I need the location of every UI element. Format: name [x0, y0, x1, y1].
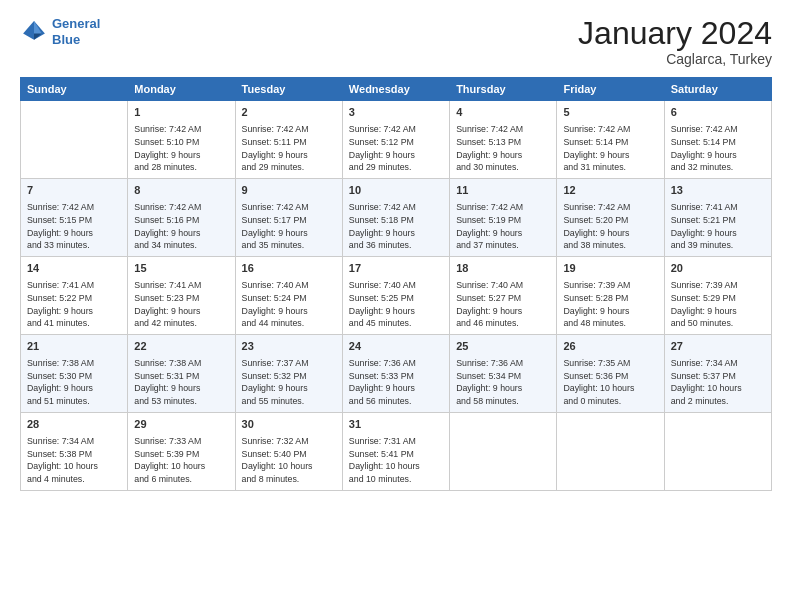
col-header-monday: Monday [128, 78, 235, 101]
title-block: January 2024 Caglarca, Turkey [578, 16, 772, 67]
day-number: 1 [134, 105, 228, 121]
day-number: 30 [242, 417, 336, 433]
day-number: 20 [671, 261, 765, 277]
day-detail: Sunrise: 7:42 AM Sunset: 5:19 PM Dayligh… [456, 201, 550, 252]
day-number: 18 [456, 261, 550, 277]
day-detail: Sunrise: 7:31 AM Sunset: 5:41 PM Dayligh… [349, 435, 443, 486]
calendar-cell: 25Sunrise: 7:36 AM Sunset: 5:34 PM Dayli… [450, 335, 557, 413]
day-detail: Sunrise: 7:41 AM Sunset: 5:22 PM Dayligh… [27, 279, 121, 330]
day-detail: Sunrise: 7:42 AM Sunset: 5:20 PM Dayligh… [563, 201, 657, 252]
calendar-cell: 23Sunrise: 7:37 AM Sunset: 5:32 PM Dayli… [235, 335, 342, 413]
col-header-tuesday: Tuesday [235, 78, 342, 101]
day-number: 23 [242, 339, 336, 355]
col-header-thursday: Thursday [450, 78, 557, 101]
logo: General Blue [20, 16, 100, 47]
day-number: 14 [27, 261, 121, 277]
day-detail: Sunrise: 7:41 AM Sunset: 5:23 PM Dayligh… [134, 279, 228, 330]
calendar-cell: 26Sunrise: 7:35 AM Sunset: 5:36 PM Dayli… [557, 335, 664, 413]
day-number: 6 [671, 105, 765, 121]
calendar-cell: 31Sunrise: 7:31 AM Sunset: 5:41 PM Dayli… [342, 412, 449, 490]
day-detail: Sunrise: 7:42 AM Sunset: 5:12 PM Dayligh… [349, 123, 443, 174]
calendar-cell: 8Sunrise: 7:42 AM Sunset: 5:16 PM Daylig… [128, 179, 235, 257]
calendar-table: SundayMondayTuesdayWednesdayThursdayFrid… [20, 77, 772, 491]
day-detail: Sunrise: 7:42 AM Sunset: 5:10 PM Dayligh… [134, 123, 228, 174]
day-number: 27 [671, 339, 765, 355]
calendar-cell: 7Sunrise: 7:42 AM Sunset: 5:15 PM Daylig… [21, 179, 128, 257]
day-number: 16 [242, 261, 336, 277]
day-detail: Sunrise: 7:33 AM Sunset: 5:39 PM Dayligh… [134, 435, 228, 486]
day-number: 5 [563, 105, 657, 121]
day-detail: Sunrise: 7:40 AM Sunset: 5:27 PM Dayligh… [456, 279, 550, 330]
day-detail: Sunrise: 7:42 AM Sunset: 5:14 PM Dayligh… [671, 123, 765, 174]
col-header-saturday: Saturday [664, 78, 771, 101]
day-detail: Sunrise: 7:42 AM Sunset: 5:18 PM Dayligh… [349, 201, 443, 252]
day-detail: Sunrise: 7:36 AM Sunset: 5:33 PM Dayligh… [349, 357, 443, 408]
day-detail: Sunrise: 7:40 AM Sunset: 5:24 PM Dayligh… [242, 279, 336, 330]
day-number: 22 [134, 339, 228, 355]
day-detail: Sunrise: 7:42 AM Sunset: 5:14 PM Dayligh… [563, 123, 657, 174]
day-number: 17 [349, 261, 443, 277]
day-number: 12 [563, 183, 657, 199]
day-detail: Sunrise: 7:41 AM Sunset: 5:21 PM Dayligh… [671, 201, 765, 252]
day-detail: Sunrise: 7:39 AM Sunset: 5:28 PM Dayligh… [563, 279, 657, 330]
day-number: 4 [456, 105, 550, 121]
calendar-cell: 11Sunrise: 7:42 AM Sunset: 5:19 PM Dayli… [450, 179, 557, 257]
day-number: 10 [349, 183, 443, 199]
calendar-cell: 19Sunrise: 7:39 AM Sunset: 5:28 PM Dayli… [557, 257, 664, 335]
calendar-cell [557, 412, 664, 490]
calendar-cell: 15Sunrise: 7:41 AM Sunset: 5:23 PM Dayli… [128, 257, 235, 335]
day-number: 24 [349, 339, 443, 355]
day-detail: Sunrise: 7:42 AM Sunset: 5:13 PM Dayligh… [456, 123, 550, 174]
calendar-cell: 16Sunrise: 7:40 AM Sunset: 5:24 PM Dayli… [235, 257, 342, 335]
day-detail: Sunrise: 7:42 AM Sunset: 5:17 PM Dayligh… [242, 201, 336, 252]
day-number: 11 [456, 183, 550, 199]
day-detail: Sunrise: 7:42 AM Sunset: 5:16 PM Dayligh… [134, 201, 228, 252]
col-header-sunday: Sunday [21, 78, 128, 101]
calendar-cell: 20Sunrise: 7:39 AM Sunset: 5:29 PM Dayli… [664, 257, 771, 335]
day-number: 19 [563, 261, 657, 277]
day-number: 7 [27, 183, 121, 199]
calendar-cell: 22Sunrise: 7:38 AM Sunset: 5:31 PM Dayli… [128, 335, 235, 413]
day-number: 8 [134, 183, 228, 199]
calendar-cell: 14Sunrise: 7:41 AM Sunset: 5:22 PM Dayli… [21, 257, 128, 335]
col-header-wednesday: Wednesday [342, 78, 449, 101]
day-detail: Sunrise: 7:42 AM Sunset: 5:11 PM Dayligh… [242, 123, 336, 174]
day-number: 28 [27, 417, 121, 433]
calendar-cell: 21Sunrise: 7:38 AM Sunset: 5:30 PM Dayli… [21, 335, 128, 413]
calendar-cell: 17Sunrise: 7:40 AM Sunset: 5:25 PM Dayli… [342, 257, 449, 335]
day-number: 2 [242, 105, 336, 121]
day-detail: Sunrise: 7:36 AM Sunset: 5:34 PM Dayligh… [456, 357, 550, 408]
calendar-cell [21, 101, 128, 179]
calendar-cell [450, 412, 557, 490]
header: General Blue January 2024 Caglarca, Turk… [20, 16, 772, 67]
calendar-cell: 27Sunrise: 7:34 AM Sunset: 5:37 PM Dayli… [664, 335, 771, 413]
day-number: 25 [456, 339, 550, 355]
day-number: 26 [563, 339, 657, 355]
calendar-cell: 24Sunrise: 7:36 AM Sunset: 5:33 PM Dayli… [342, 335, 449, 413]
day-detail: Sunrise: 7:34 AM Sunset: 5:38 PM Dayligh… [27, 435, 121, 486]
calendar-cell: 3Sunrise: 7:42 AM Sunset: 5:12 PM Daylig… [342, 101, 449, 179]
calendar-cell: 10Sunrise: 7:42 AM Sunset: 5:18 PM Dayli… [342, 179, 449, 257]
day-detail: Sunrise: 7:34 AM Sunset: 5:37 PM Dayligh… [671, 357, 765, 408]
calendar-cell: 18Sunrise: 7:40 AM Sunset: 5:27 PM Dayli… [450, 257, 557, 335]
logo-line2: Blue [52, 32, 80, 47]
page: General Blue January 2024 Caglarca, Turk… [0, 0, 792, 612]
logo-text: General Blue [52, 16, 100, 47]
day-detail: Sunrise: 7:40 AM Sunset: 5:25 PM Dayligh… [349, 279, 443, 330]
location: Caglarca, Turkey [578, 51, 772, 67]
calendar-cell: 12Sunrise: 7:42 AM Sunset: 5:20 PM Dayli… [557, 179, 664, 257]
day-number: 31 [349, 417, 443, 433]
calendar-cell [664, 412, 771, 490]
day-number: 29 [134, 417, 228, 433]
day-number: 9 [242, 183, 336, 199]
calendar-cell: 1Sunrise: 7:42 AM Sunset: 5:10 PM Daylig… [128, 101, 235, 179]
day-detail: Sunrise: 7:37 AM Sunset: 5:32 PM Dayligh… [242, 357, 336, 408]
day-number: 13 [671, 183, 765, 199]
calendar-cell: 4Sunrise: 7:42 AM Sunset: 5:13 PM Daylig… [450, 101, 557, 179]
calendar-cell: 6Sunrise: 7:42 AM Sunset: 5:14 PM Daylig… [664, 101, 771, 179]
calendar-cell: 9Sunrise: 7:42 AM Sunset: 5:17 PM Daylig… [235, 179, 342, 257]
calendar-cell: 13Sunrise: 7:41 AM Sunset: 5:21 PM Dayli… [664, 179, 771, 257]
logo-line1: General [52, 16, 100, 31]
day-detail: Sunrise: 7:39 AM Sunset: 5:29 PM Dayligh… [671, 279, 765, 330]
day-detail: Sunrise: 7:38 AM Sunset: 5:31 PM Dayligh… [134, 357, 228, 408]
